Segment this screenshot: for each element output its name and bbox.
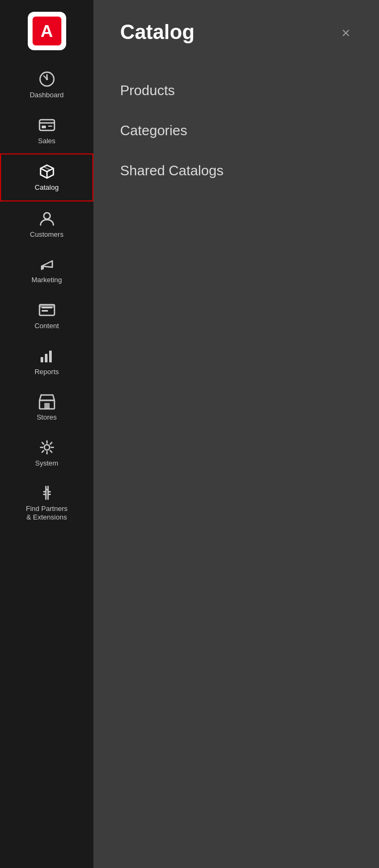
stores-icon (38, 393, 56, 410)
sidebar-label-reports: Reports (35, 368, 59, 376)
partners-icon (38, 484, 56, 501)
svg-rect-9 (40, 305, 54, 308)
catalog-panel: Catalog × Products Categories Shared Cat… (93, 0, 379, 868)
svg-rect-8 (42, 310, 48, 312)
menu-item-shared-catalogs[interactable]: Shared Catalogs (120, 151, 352, 191)
menu-item-products[interactable]: Products (120, 71, 352, 111)
catalog-icon (38, 163, 56, 180)
sidebar-label-sales: Sales (38, 137, 56, 145)
svg-point-15 (44, 445, 50, 450)
customers-icon (38, 210, 56, 227)
sidebar-label-dashboard: Dashboard (30, 91, 64, 99)
svg-point-5 (44, 213, 50, 219)
sidebar-label-partners: Find Partners & Extensions (26, 505, 67, 521)
logo-area: A (0, 0, 93, 62)
panel-title: Catalog (120, 21, 194, 44)
sidebar-item-content[interactable]: Content (0, 293, 93, 339)
sidebar-label-marketing: Marketing (31, 276, 62, 284)
sales-icon (38, 117, 56, 134)
sidebar-item-sales[interactable]: Sales (0, 108, 93, 154)
sidebar-item-marketing[interactable]: Marketing (0, 247, 93, 293)
logo-box: A (28, 12, 66, 50)
panel-header: Catalog × (120, 21, 352, 44)
sidebar-label-stores: Stores (37, 413, 57, 422)
logo-letter: A (41, 22, 53, 40)
catalog-menu: Products Categories Shared Catalogs (120, 71, 352, 191)
svg-rect-11 (45, 354, 48, 362)
marketing-icon (38, 255, 56, 273)
svg-rect-4 (48, 126, 52, 127)
menu-item-categories[interactable]: Categories (120, 111, 352, 151)
svg-rect-12 (49, 351, 52, 362)
sidebar-item-catalog[interactable]: Catalog (0, 153, 93, 201)
close-button[interactable]: × (339, 24, 352, 43)
sidebar: A Dashboard Sales Catalog (0, 0, 93, 868)
sidebar-label-system: System (35, 459, 58, 468)
system-icon (38, 439, 56, 456)
svg-rect-2 (40, 120, 54, 130)
sidebar-item-customers[interactable]: Customers (0, 201, 93, 247)
sidebar-label-content: Content (35, 322, 59, 330)
svg-rect-14 (44, 403, 50, 409)
reports-icon (38, 347, 56, 365)
svg-rect-10 (41, 357, 43, 362)
logo-inner: A (33, 17, 61, 45)
sidebar-item-reports[interactable]: Reports (0, 339, 93, 385)
content-icon (38, 301, 56, 319)
sidebar-item-partners[interactable]: Find Partners & Extensions (0, 476, 93, 530)
sidebar-label-customers: Customers (30, 230, 64, 239)
sidebar-item-stores[interactable]: Stores (0, 384, 93, 430)
sidebar-label-catalog: Catalog (35, 183, 59, 192)
sidebar-item-dashboard[interactable]: Dashboard (0, 62, 93, 108)
dashboard-icon (38, 71, 56, 88)
svg-rect-3 (42, 126, 46, 128)
sidebar-item-system[interactable]: System (0, 430, 93, 476)
